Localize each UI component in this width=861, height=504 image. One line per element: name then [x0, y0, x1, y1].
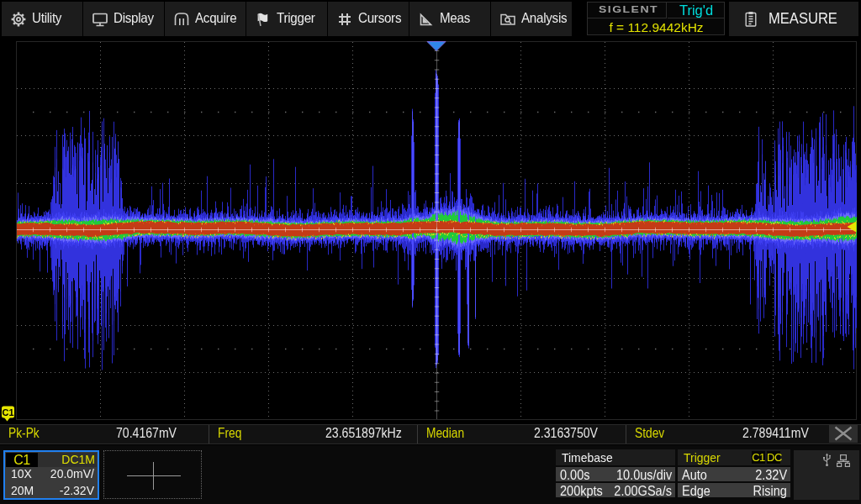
- svg-text:C1: C1: [2, 407, 13, 417]
